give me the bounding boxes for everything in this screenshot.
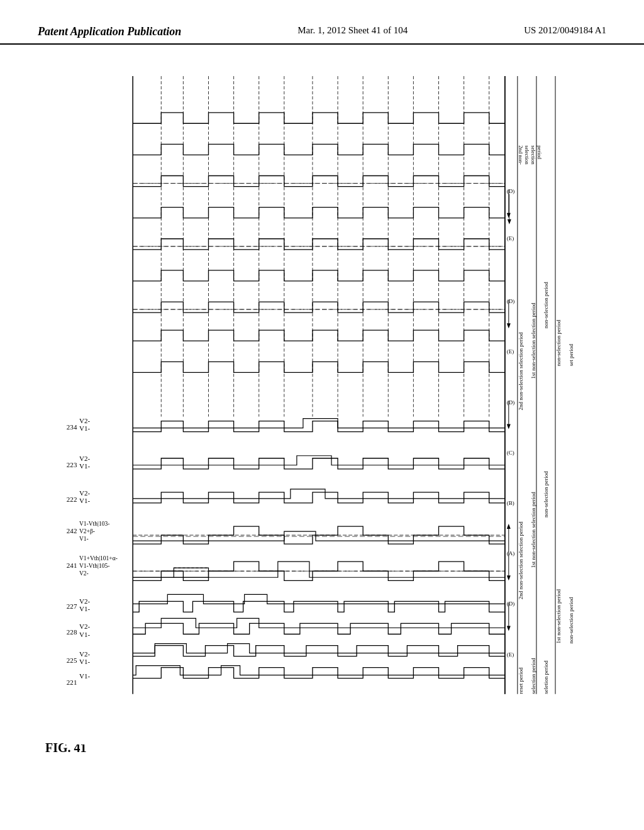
signal-label-234: 234 <box>67 423 77 431</box>
text-2nd-non-sel-1: 2nd non- <box>518 145 524 165</box>
svg-text:V1-: V1- <box>79 605 90 612</box>
period-A-label: (A) <box>507 550 515 556</box>
svg-text:V1+Vth|101+α-: V1+Vth|101+α- <box>79 555 118 562</box>
period-B-label: (B) <box>507 500 514 506</box>
period-text-group-2: 1st non-selection selection period <box>530 302 536 379</box>
period-text-group-sel: selection period <box>530 658 536 694</box>
svg-text:set period: set period <box>568 344 574 367</box>
page-header: Patent Application Publication Mar. 1, 2… <box>0 0 644 45</box>
svg-text:V1-: V1- <box>79 462 90 470</box>
signal-label-222: 222 <box>67 495 77 503</box>
header-patent-number: US 2012/0049184 A1 <box>524 25 606 36</box>
period-text-group-3: non-selection period <box>543 282 549 328</box>
svg-text:1st non-selection period: 1st non-selection period <box>555 589 562 643</box>
svg-text:1st non-selection selection pe: 1st non-selection selection period <box>530 302 536 379</box>
svg-text:V1-Vth|105-: V1-Vth|105- <box>79 563 109 569</box>
svg-rect-1 <box>64 64 580 744</box>
svg-text:V2-: V2- <box>79 455 90 462</box>
svg-text:non-selection period: non-selection period <box>568 597 574 643</box>
svg-text:V1-: V1- <box>79 658 90 665</box>
period-text-group-nonsel-main: non-selection period <box>555 319 562 366</box>
period-text-group-1st-nonsel: 1st non-selection period <box>555 589 562 643</box>
svg-text:2nd non-selection selection pe: 2nd non-selection selection period <box>518 521 524 599</box>
svg-text:V2-: V2- <box>79 650 90 658</box>
period-C-label: (C) <box>507 450 514 456</box>
period-D-label-bot: (D) <box>507 600 515 607</box>
diagram-container: FIG. 41 221 V1- 225 V2- V1- 228 V2- V1- … <box>39 64 605 780</box>
svg-text:non-selection period: non-selection period <box>543 282 549 328</box>
svg-text:non-selection period: non-selection period <box>555 319 562 366</box>
svg-text:non-selection period: non-selection period <box>543 471 549 517</box>
period-D-label-1: (D) <box>507 188 515 194</box>
period-text-group-reset: reset period <box>518 667 524 694</box>
period-text-group-set: set period <box>568 344 574 367</box>
svg-text:V1-: V1- <box>79 424 90 432</box>
svg-text:V1-: V1- <box>79 631 90 638</box>
svg-text:V2-: V2- <box>79 622 90 630</box>
period-D-label-3: (D) <box>507 399 515 406</box>
signal-label-227: 227 <box>67 602 77 610</box>
period-text-group-4: 2nd non-selection selection period <box>518 521 524 599</box>
text-2nd-non-sel-2: selection <box>524 145 530 165</box>
svg-text:reset period: reset period <box>518 667 524 694</box>
svg-text:V2+β-: V2+β- <box>79 528 95 534</box>
svg-text:V1-: V1- <box>79 672 90 680</box>
period-D-label-2: (D) <box>507 298 515 304</box>
period-text-group-6: non-selection period <box>543 471 549 517</box>
signal-label-242: 242 <box>67 527 77 534</box>
svg-text:V1-: V1- <box>79 497 90 504</box>
period-E-label-2: (E) <box>507 348 514 355</box>
svg-text:V2-: V2- <box>79 570 89 577</box>
period-E-label-bot: (E) <box>507 651 514 658</box>
svg-text:1st non-selection selection pe: 1st non-selection selection period <box>530 492 536 568</box>
svg-text:V1-: V1- <box>79 536 89 542</box>
svg-text:selection period: selection period <box>530 658 536 694</box>
svg-text:V1-Vth|103-: V1-Vth|103- <box>79 521 109 527</box>
signal-label-241: 241 <box>67 562 77 569</box>
period-E-label-1: (E) <box>507 235 514 241</box>
signal-label-228: 228 <box>67 628 77 636</box>
header-publication-type: Patent Application Publication <box>38 25 181 38</box>
signal-label-223: 223 <box>67 461 77 468</box>
timing-diagram-svg: 221 V1- 225 V2- V1- 228 V2- V1- 227 V2- … <box>39 64 605 744</box>
period-text-group-5: 1st non-selection selection period <box>530 492 536 568</box>
svg-text:2nd non-selection selection pe: 2nd non-selection selection period <box>518 332 524 410</box>
svg-text:seletion period: seletion period <box>543 660 549 694</box>
signal-label-225: 225 <box>67 656 77 664</box>
svg-text:V2-: V2- <box>79 489 90 497</box>
header-date-sheet: Mar. 1, 2012 Sheet 41 of 104 <box>297 25 408 36</box>
text-2nd-non-sel-4: period <box>536 145 543 159</box>
period-text-group-1: 2nd non-selection selection period <box>518 332 524 410</box>
text-2nd-non-sel-3: selection <box>530 145 536 165</box>
svg-text:V2-: V2- <box>79 417 90 424</box>
period-text-group-sel2: seletion period <box>543 660 549 694</box>
signal-label-221: 221 <box>67 678 77 686</box>
period-text-group-nonsel-right: non-selection period <box>568 597 574 643</box>
svg-text:V2-: V2- <box>79 597 90 605</box>
